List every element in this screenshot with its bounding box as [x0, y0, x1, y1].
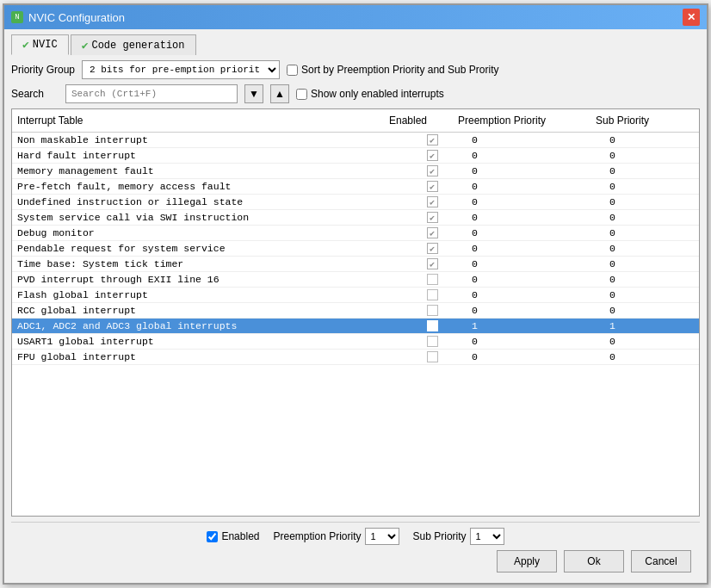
table-row[interactable]: ADC1, ADC2 and ADC3 global interrupts✔11	[12, 319, 699, 334]
col-interrupt-table: Interrupt Table	[12, 113, 384, 128]
row-sub-priority: 0	[604, 179, 699, 194]
row-enabled[interactable]: ✔	[398, 179, 467, 194]
table-row[interactable]: Non maskable interrupt✔00	[12, 133, 699, 148]
search-up-button[interactable]: ▲	[270, 84, 289, 103]
row-enabled[interactable]: ✔	[398, 210, 467, 225]
table-row[interactable]: Time base: System tick timer✔00	[12, 257, 699, 272]
bottom-enabled-checkbox[interactable]	[207, 531, 218, 542]
interrupt-table-container: Interrupt Table Enabled Preemption Prior…	[11, 108, 700, 517]
row-preemption: 0	[467, 241, 604, 256]
row-sub-priority: 0	[604, 148, 699, 163]
table-row[interactable]: Pre-fetch fault, memory access fault✔00	[12, 179, 699, 195]
row-enabled[interactable]: ✔	[398, 148, 467, 163]
enabled-option-group: Enabled	[207, 530, 259, 542]
preemption-priority-select[interactable]: 1 0 2 3	[365, 528, 399, 545]
bottom-bar: Enabled Preemption Priority 1 0 2 3 Sub …	[11, 522, 700, 578]
close-button[interactable]: ✕	[683, 9, 700, 26]
row-enabled[interactable]: ✔	[398, 257, 467, 271]
row-name: Time base: System tick timer	[12, 257, 398, 271]
ok-button[interactable]: Ok	[564, 550, 624, 573]
row-enabled[interactable]: ✔	[398, 195, 467, 209]
sort-checkbox[interactable]	[287, 65, 298, 76]
tabs-row: ✔ NVIC ✔ Code generation	[11, 34, 700, 55]
show-enabled-label: Show only enabled interrupts	[311, 88, 444, 100]
apply-button[interactable]: Apply	[497, 550, 557, 573]
row-enabled[interactable]	[398, 334, 467, 349]
row-sub-priority: 0	[604, 241, 699, 256]
row-enabled[interactable]: ✔	[398, 241, 467, 256]
row-sub-priority: 0	[604, 303, 699, 318]
tab-nvic[interactable]: ✔ NVIC	[11, 34, 69, 55]
row-sub-priority: 0	[604, 226, 699, 240]
sort-label: Sort by Preemption Priority and Sub Pror…	[301, 64, 498, 76]
table-row[interactable]: RCC global interrupt00	[12, 303, 699, 319]
table-row[interactable]: System service call via SWI instruction✔…	[12, 210, 699, 226]
row-enabled[interactable]	[398, 272, 467, 287]
row-enabled[interactable]: ✔	[398, 133, 467, 147]
row-enabled[interactable]	[398, 350, 467, 364]
row-name: USART1 global interrupt	[12, 334, 398, 349]
tab-code-generation[interactable]: ✔ Code generation	[71, 34, 196, 55]
row-name: Pendable request for system service	[12, 241, 398, 256]
row-preemption: 0	[467, 226, 604, 240]
col-sub-priority: Sub Priority	[590, 113, 685, 128]
row-enabled[interactable]: ✔	[398, 319, 467, 333]
row-sub-priority: 0	[604, 288, 699, 302]
row-name: Flash global interrupt	[12, 288, 398, 302]
preemption-option-group: Preemption Priority 1 0 2 3	[273, 528, 399, 545]
table-row[interactable]: Memory management fault✔00	[12, 164, 699, 179]
cancel-button[interactable]: Cancel	[631, 550, 691, 573]
row-name: System service call via SWI instruction	[12, 210, 398, 225]
table-row[interactable]: Flash global interrupt00	[12, 288, 699, 303]
row-name: RCC global interrupt	[12, 303, 398, 318]
sub-priority-label: Sub Priority	[413, 530, 467, 542]
search-label: Search	[11, 88, 59, 100]
search-row: Search ▼ ▲ Show only enabled interrupts	[11, 84, 700, 103]
table-row[interactable]: USART1 global interrupt00	[12, 334, 699, 350]
row-enabled[interactable]	[398, 288, 467, 302]
sort-checkbox-row: Sort by Preemption Priority and Sub Pror…	[287, 64, 498, 76]
row-name: Non maskable interrupt	[12, 133, 398, 147]
col-enabled: Enabled	[384, 113, 453, 128]
show-enabled-checkbox[interactable]	[296, 89, 307, 100]
table-row[interactable]: Debug monitor✔00	[12, 226, 699, 241]
row-name: Undefined instruction or illegal state	[12, 195, 398, 209]
row-enabled[interactable]	[398, 303, 467, 318]
sub-priority-select[interactable]: 1 0 2 3	[470, 528, 504, 545]
title-bar: N NVIC Configuration ✕	[4, 5, 707, 29]
title-bar-left: N NVIC Configuration	[11, 11, 125, 24]
table-row[interactable]: PVD interrupt through EXII line 1600	[12, 272, 699, 288]
row-preemption: 0	[467, 334, 604, 349]
row-sub-priority: 1	[604, 319, 699, 333]
row-preemption: 0	[467, 179, 604, 194]
row-enabled[interactable]: ✔	[398, 164, 467, 178]
row-sub-priority: 0	[604, 133, 699, 147]
row-sub-priority: 0	[604, 164, 699, 178]
main-content: ✔ NVIC ✔ Code generation Priority Group …	[4, 29, 707, 583]
row-name: Pre-fetch fault, memory access fault	[12, 179, 398, 194]
table-header: Interrupt Table Enabled Preemption Prior…	[12, 109, 699, 133]
search-down-button[interactable]: ▼	[244, 84, 263, 103]
table-row[interactable]: Pendable request for system service✔00	[12, 241, 699, 257]
nvic-check-icon: ✔	[22, 38, 29, 52]
table-row[interactable]: FPU global interrupt00	[12, 350, 699, 365]
bottom-options: Enabled Preemption Priority 1 0 2 3 Sub …	[20, 528, 691, 545]
row-enabled[interactable]: ✔	[398, 226, 467, 240]
priority-group-label: Priority Group	[11, 64, 75, 76]
priority-group-select[interactable]: 2 bits for pre-emption priorit...	[82, 60, 280, 79]
preemption-priority-label: Preemption Priority	[273, 530, 361, 542]
tab-nvic-label: NVIC	[33, 39, 58, 51]
row-name: Hard fault interrupt	[12, 148, 398, 163]
row-sub-priority: 0	[604, 195, 699, 209]
search-input[interactable]	[65, 84, 238, 103]
window-icon: N	[11, 11, 23, 23]
row-preemption: 0	[467, 164, 604, 178]
priority-group-row: Priority Group 2 bits for pre-emption pr…	[11, 60, 700, 79]
row-preemption: 0	[467, 195, 604, 209]
row-sub-priority: 0	[604, 350, 699, 364]
tab-codegen-label: Code generation	[91, 40, 184, 52]
row-sub-priority: 0	[604, 210, 699, 225]
row-preemption: 0	[467, 350, 604, 364]
table-row[interactable]: Hard fault interrupt✔00	[12, 148, 699, 164]
table-row[interactable]: Undefined instruction or illegal state✔0…	[12, 195, 699, 210]
